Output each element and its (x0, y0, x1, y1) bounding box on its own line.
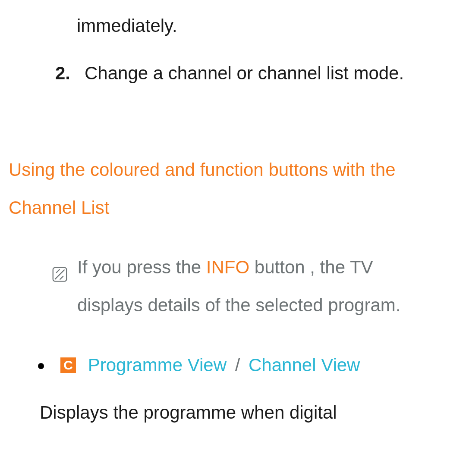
step-2: 2. Change a channel or channel list mode… (55, 56, 457, 91)
note-icon (52, 259, 68, 275)
separator: / (235, 355, 240, 375)
bullet-content: C Programme View / Channel View (60, 348, 360, 382)
svg-line-1 (55, 269, 64, 279)
body-text: Displays the programme when digital (40, 395, 457, 430)
note-text: If you press the INFO button , the TV di… (77, 248, 457, 324)
bullet-item-views: C Programme View / Channel View (38, 348, 457, 382)
info-button-label: INFO (206, 257, 249, 277)
note-part1: If you press the (77, 257, 206, 277)
svg-line-3 (60, 276, 63, 279)
programme-view-link: Programme View (88, 355, 227, 375)
step-text: Change a channel or channel list mode. (85, 56, 457, 91)
step-number: 2. (55, 56, 77, 91)
bullet-icon (38, 363, 44, 369)
c-button-badge: C (60, 357, 76, 373)
info-note: If you press the INFO button , the TV di… (52, 248, 457, 324)
channel-view-link: Channel View (249, 355, 360, 375)
svg-line-2 (56, 269, 60, 272)
section-title: Using the coloured and function buttons … (9, 151, 457, 227)
continuation-text: immediately. (77, 9, 457, 43)
